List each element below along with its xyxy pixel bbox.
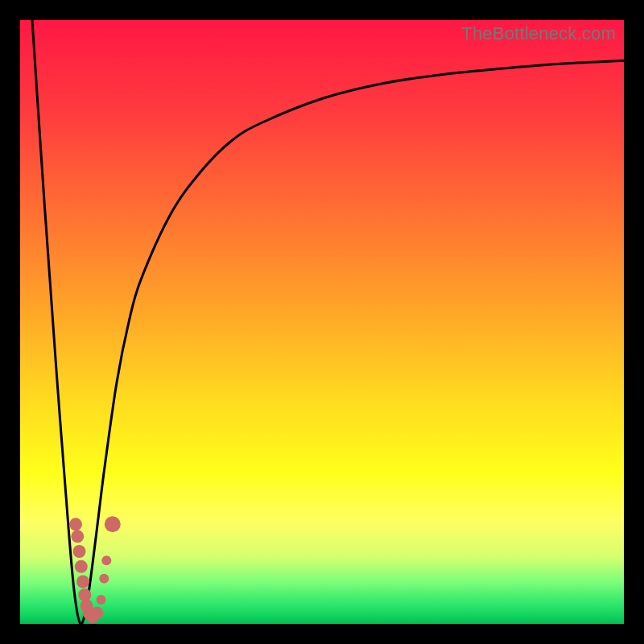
data-marker bbox=[105, 516, 121, 532]
data-marker bbox=[73, 545, 86, 558]
data-marker bbox=[90, 607, 103, 620]
curve-layer bbox=[20, 20, 624, 624]
chart-frame: TheBottleneck.com bbox=[0, 0, 644, 644]
data-marker bbox=[78, 588, 91, 601]
data-marker bbox=[71, 530, 84, 543]
data-marker bbox=[97, 595, 106, 605]
data-marker bbox=[99, 574, 109, 584]
data-marker bbox=[76, 576, 89, 588]
data-marker bbox=[69, 518, 82, 530]
bottleneck-curve-path bbox=[32, 20, 624, 624]
plot-area: TheBottleneck.com bbox=[20, 20, 624, 624]
data-marker bbox=[101, 555, 111, 565]
data-marker bbox=[75, 560, 88, 573]
